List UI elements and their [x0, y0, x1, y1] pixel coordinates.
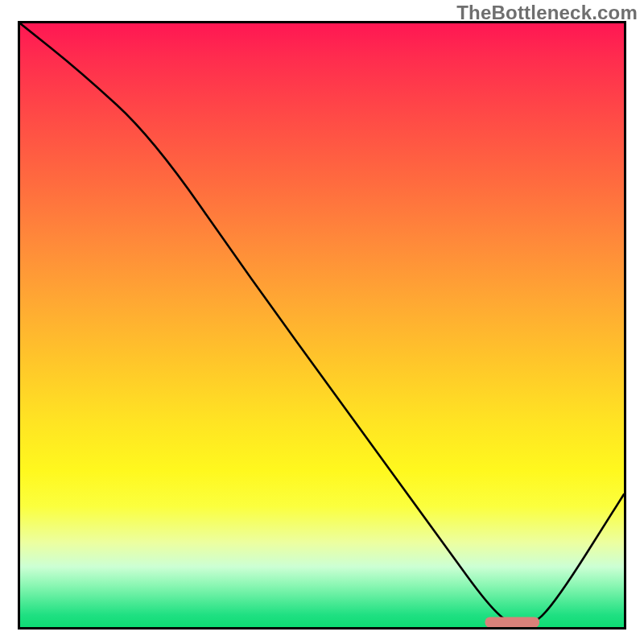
bottleneck-curve: [20, 23, 624, 627]
chart-container: TheBottleneck.com: [0, 0, 644, 644]
plot-area: [18, 21, 626, 630]
watermark-text: TheBottleneck.com: [456, 2, 638, 24]
optimal-range-marker: [485, 617, 540, 628]
overlay-svg: [20, 23, 624, 627]
